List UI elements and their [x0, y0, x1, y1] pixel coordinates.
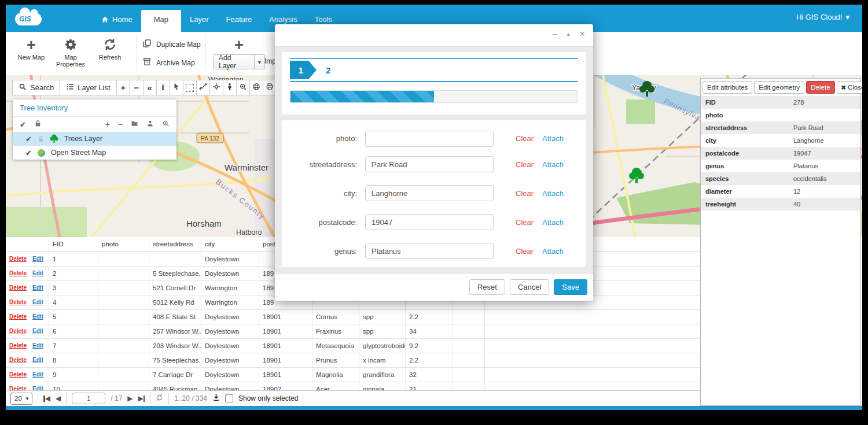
user-icon[interactable]	[146, 119, 154, 130]
last-page-button[interactable]: ▶	[138, 394, 145, 402]
column-header: FID	[49, 237, 98, 252]
collapse-toolbar-button[interactable]: «	[143, 80, 157, 95]
edit-row-link[interactable]: Edit	[32, 310, 43, 324]
add-layer-icon[interactable]: +	[105, 120, 110, 129]
check-icon[interactable]: ✔	[25, 135, 32, 143]
delete-row-link[interactable]: Delete	[9, 252, 27, 266]
show-only-selected-checkbox[interactable]	[225, 394, 233, 402]
field-input[interactable]	[365, 243, 494, 259]
clear-link[interactable]: Clear	[516, 218, 534, 227]
nav-item-home[interactable]: Home	[93, 10, 141, 32]
edit-row-link[interactable]: Edit	[32, 353, 43, 367]
delete-row-link[interactable]: Delete	[9, 310, 27, 324]
page-size-select[interactable]: 20 ▾	[10, 393, 32, 405]
select-cursor-button[interactable]	[170, 80, 183, 95]
locate-button[interactable]	[209, 80, 223, 95]
reload-table-button[interactable]	[156, 394, 163, 403]
clear-link[interactable]: Clear	[516, 247, 534, 256]
edit-row-link[interactable]: Edit	[32, 368, 43, 382]
duplicate-map-button[interactable]: Duplicate Map	[142, 39, 201, 50]
feature-info-button[interactable]: i	[156, 80, 170, 95]
search-button[interactable]: Search	[12, 80, 60, 95]
field-input[interactable]	[365, 185, 494, 201]
save-button[interactable]: Save	[554, 279, 587, 295]
caret-down-icon: ▾	[26, 396, 29, 401]
edit-row-link[interactable]: Edit	[32, 324, 43, 338]
caret-down-icon[interactable]: ▾	[254, 55, 264, 69]
edit-row-link[interactable]: Edit	[32, 281, 43, 295]
reset-button[interactable]: Reset	[469, 279, 505, 295]
lock-icon[interactable]	[34, 119, 42, 130]
delete-row-link[interactable]: Delete	[9, 324, 27, 338]
field-input[interactable]	[365, 131, 494, 147]
delete-feature-button[interactable]: Delete	[806, 81, 834, 94]
table-cell	[98, 281, 149, 295]
edit-geometry-button[interactable]: Edit geometry	[754, 81, 804, 94]
clear-link[interactable]: Clear	[516, 189, 534, 198]
delete-row-link[interactable]: Delete	[9, 295, 27, 309]
window-close-icon[interactable]: ×	[580, 30, 585, 38]
table-cell	[98, 267, 149, 280]
zoom-in-button[interactable]: +	[116, 80, 130, 95]
table-cell: 7 Carriage Dr	[149, 368, 201, 382]
nav-item-map[interactable]: Map	[141, 10, 181, 32]
folder-icon[interactable]	[131, 119, 138, 130]
archive-map-button[interactable]: Archive Map	[142, 57, 201, 68]
delete-row-link[interactable]: Delete	[9, 368, 27, 382]
field-input[interactable]	[365, 156, 494, 172]
nav-item-feature[interactable]: Feature	[218, 10, 261, 32]
field-input[interactable]	[365, 214, 494, 230]
table-cell: 7	[49, 339, 98, 353]
refresh-button[interactable]: Refresh	[90, 34, 130, 68]
edit-attributes-button[interactable]: Edit attributes	[703, 81, 752, 94]
delete-row-link[interactable]: Delete	[9, 267, 27, 280]
edit-row-link[interactable]: Edit	[32, 267, 43, 280]
wizard-step-active[interactable]: 1	[290, 61, 317, 79]
select-rectangle-button[interactable]	[183, 80, 197, 95]
new-map-button[interactable]: + New Map	[12, 34, 51, 68]
prev-page-button[interactable]: ◀	[56, 394, 61, 402]
add-layer-button[interactable]: Add Layer ▾	[213, 54, 265, 69]
layer-row[interactable]: ✔Open Street Map	[13, 146, 176, 160]
minimize-icon[interactable]: –	[553, 29, 557, 38]
cancel-button[interactable]: Cancel	[510, 279, 549, 295]
first-page-button[interactable]: ◀	[43, 394, 50, 402]
lock-icon[interactable]	[38, 136, 44, 142]
close-panel-button[interactable]: ✖Close	[837, 81, 862, 94]
user-menu[interactable]: Hi GIS Cloud! ▾	[796, 13, 849, 21]
check-icon[interactable]: ✔	[20, 120, 26, 129]
wizard-step[interactable]: 2	[326, 65, 330, 75]
delete-row-link[interactable]: Delete	[9, 281, 27, 295]
download-icon[interactable]	[212, 394, 220, 403]
layer-panel-title[interactable]: Tree Inventory	[13, 99, 176, 117]
edit-row-link[interactable]: Edit	[32, 252, 43, 266]
layer-row[interactable]: ✔Trees Layer	[13, 132, 176, 146]
remove-layer-icon[interactable]: −	[118, 120, 123, 129]
gis-cloud-logo[interactable]: GIS	[15, 8, 45, 29]
measure-button[interactable]	[196, 80, 210, 95]
attach-link[interactable]: Attach	[542, 189, 564, 198]
attach-link[interactable]: Attach	[542, 247, 564, 256]
delete-row-link[interactable]: Delete	[9, 353, 27, 367]
attach-link[interactable]: Attach	[542, 134, 564, 143]
clear-link[interactable]: Clear	[516, 160, 534, 169]
attach-link[interactable]: Attach	[542, 160, 564, 169]
street-view-button[interactable]	[223, 80, 237, 95]
edit-row-link[interactable]: Edit	[32, 295, 43, 309]
print-button[interactable]	[263, 80, 277, 95]
layer-list-button[interactable]: Layer List	[60, 80, 116, 95]
check-icon[interactable]: ✔	[25, 149, 32, 157]
delete-row-link[interactable]: Delete	[9, 339, 27, 353]
nav-item-layer[interactable]: Layer	[181, 10, 218, 32]
zoom-out-button[interactable]: −	[130, 80, 144, 95]
page-number-input[interactable]	[72, 393, 105, 404]
attach-link[interactable]: Attach	[542, 218, 564, 227]
next-page-button[interactable]: ▶	[127, 394, 133, 402]
zoom-area-button[interactable]	[236, 80, 250, 95]
map-properties-button[interactable]: Map Properties	[51, 34, 90, 68]
globe-button[interactable]	[249, 80, 263, 95]
zoom-layers-icon[interactable]	[162, 119, 170, 130]
clear-link[interactable]: Clear	[516, 134, 534, 143]
edit-row-link[interactable]: Edit	[32, 339, 43, 353]
maximize-icon[interactable]: ▲	[566, 31, 571, 37]
